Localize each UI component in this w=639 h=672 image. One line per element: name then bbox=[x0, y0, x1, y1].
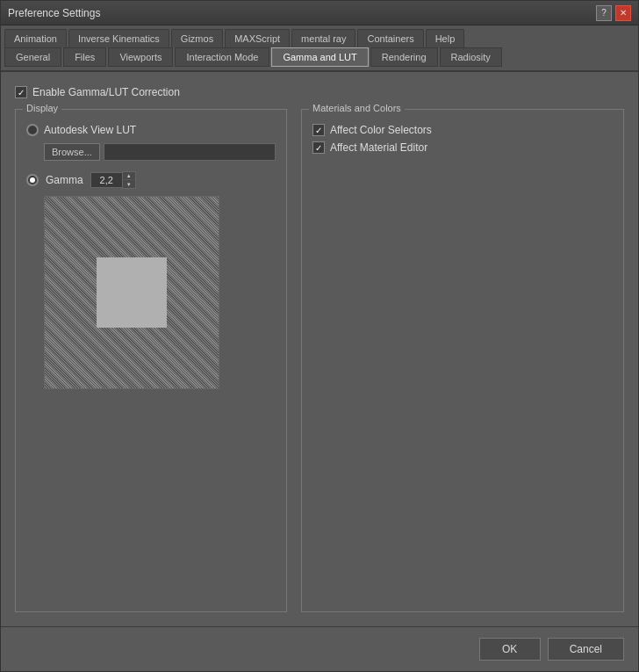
tab-gamma-and-lut[interactable]: Gamma and LUT bbox=[271, 47, 368, 67]
affect-material-checkbox[interactable] bbox=[312, 141, 325, 154]
affect-color-label: Affect Color Selectors bbox=[330, 124, 432, 136]
gamma-radio[interactable] bbox=[26, 174, 39, 186]
enable-gamma-checkbox[interactable] bbox=[15, 86, 27, 98]
browse-row: Browse... bbox=[44, 143, 276, 161]
tab-radiosity[interactable]: Radiosity bbox=[440, 47, 502, 67]
tab-containers[interactable]: Containers bbox=[357, 29, 423, 47]
affect-color-checkbox[interactable] bbox=[312, 124, 325, 136]
enable-gamma-row: Enable Gamma/LUT Correction bbox=[15, 86, 624, 98]
gamma-row: Gamma ▲ ▼ bbox=[26, 171, 276, 189]
preference-settings-window: Preference Settings ? ✕ Animation Invers… bbox=[0, 0, 639, 672]
tab-help[interactable]: Help bbox=[426, 29, 465, 47]
tab-viewports[interactable]: Viewports bbox=[108, 47, 173, 67]
close-button[interactable]: ✕ bbox=[615, 5, 631, 21]
autodesk-lut-row: Autodesk View LUT bbox=[26, 124, 276, 136]
affect-material-row: Affect Material Editor bbox=[312, 141, 613, 154]
gamma-value-input[interactable] bbox=[90, 172, 122, 188]
browse-input[interactable] bbox=[104, 143, 276, 161]
tab-animation[interactable]: Animation bbox=[4, 29, 67, 47]
help-button[interactable]: ? bbox=[596, 5, 612, 21]
content-area: Enable Gamma/LUT Correction Display Auto… bbox=[1, 72, 638, 626]
affect-material-label: Affect Material Editor bbox=[330, 141, 427, 154]
window-title: Preference Settings bbox=[8, 7, 596, 19]
tab-mental-ray[interactable]: mental ray bbox=[291, 29, 355, 47]
ok-button[interactable]: OK bbox=[479, 638, 541, 661]
materials-group-label: Materials and Colors bbox=[309, 103, 405, 113]
tab-files[interactable]: Files bbox=[63, 47, 106, 67]
tab-row-2: General Files Viewports Interaction Mode… bbox=[1, 47, 638, 72]
tab-rendering[interactable]: Rendering bbox=[370, 47, 438, 67]
title-bar: Preference Settings ? ✕ bbox=[1, 1, 638, 25]
tab-row-1: Animation Inverse Kinematics Gizmos MAXS… bbox=[1, 25, 638, 47]
gamma-label: Gamma bbox=[46, 174, 83, 186]
tab-interaction-mode[interactable]: Interaction Mode bbox=[175, 47, 269, 67]
affect-color-row: Affect Color Selectors bbox=[312, 124, 613, 136]
tab-general[interactable]: General bbox=[4, 47, 61, 67]
tab-maxscript[interactable]: MAXScript bbox=[225, 29, 290, 47]
tab-gizmos[interactable]: Gizmos bbox=[171, 29, 223, 47]
tab-inverse-kinematics[interactable]: Inverse Kinematics bbox=[68, 29, 169, 47]
footer: OK Cancel bbox=[1, 626, 638, 671]
main-panels: Display Autodesk View LUT Browse... Gamm… bbox=[15, 109, 624, 612]
autodesk-lut-radio[interactable] bbox=[26, 124, 39, 136]
gamma-preview bbox=[44, 196, 219, 389]
cancel-button[interactable]: Cancel bbox=[548, 638, 624, 661]
display-group-label: Display bbox=[23, 103, 61, 113]
gamma-increment[interactable]: ▲ bbox=[123, 172, 135, 180]
title-bar-controls: ? ✕ bbox=[596, 5, 631, 21]
gamma-decrement[interactable]: ▼ bbox=[123, 180, 135, 188]
autodesk-lut-label: Autodesk View LUT bbox=[44, 124, 136, 136]
gamma-spinner: ▲ ▼ bbox=[90, 171, 136, 189]
materials-group: Materials and Colors Affect Color Select… bbox=[301, 109, 624, 612]
browse-button[interactable]: Browse... bbox=[44, 143, 100, 161]
enable-gamma-label: Enable Gamma/LUT Correction bbox=[32, 86, 180, 98]
gamma-preview-inner bbox=[97, 257, 167, 328]
display-group: Display Autodesk View LUT Browse... Gamm… bbox=[15, 109, 287, 612]
gamma-spinner-arrows: ▲ ▼ bbox=[122, 171, 136, 189]
